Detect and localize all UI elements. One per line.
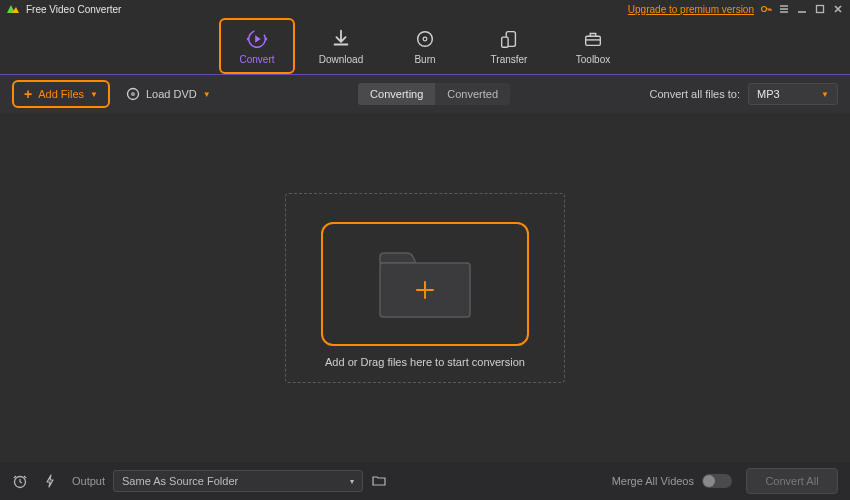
bottom-bar: Output Same As Source Folder ▾ Merge All… (0, 462, 850, 500)
tab-transfer[interactable]: Transfer (471, 18, 547, 74)
tab-converted[interactable]: Converted (435, 83, 510, 105)
chevron-down-icon: ▾ (350, 477, 354, 486)
merge-videos-label: Merge All Videos (612, 475, 694, 487)
svg-rect-7 (586, 36, 601, 45)
add-files-dropzone[interactable] (321, 222, 529, 346)
clock-icon[interactable] (12, 473, 28, 489)
disc-icon (126, 87, 140, 101)
burn-icon (414, 28, 436, 50)
drop-zone-text: Add or Drag files here to start conversi… (325, 356, 525, 368)
svg-point-4 (423, 37, 427, 41)
speed-icon[interactable] (42, 473, 58, 489)
output-label: Output (72, 475, 105, 487)
svg-point-0 (762, 7, 767, 12)
plus-icon: + (24, 86, 32, 102)
top-nav: Convert Download Burn Transfer Toolbox (0, 18, 850, 74)
convert-all-button[interactable]: Convert All (746, 468, 838, 494)
maximize-icon[interactable] (814, 3, 826, 15)
download-icon (330, 28, 352, 50)
app-logo-icon (6, 3, 20, 15)
chevron-down-icon: ▼ (90, 90, 98, 99)
merge-videos-toggle[interactable] (702, 474, 732, 488)
format-selected-value: MP3 (757, 88, 780, 100)
svg-point-9 (132, 93, 135, 96)
tab-toolbox[interactable]: Toolbox (555, 18, 631, 74)
titlebar-left: Free Video Converter (6, 3, 121, 15)
chevron-down-icon: ▼ (203, 90, 211, 99)
svg-rect-1 (817, 6, 824, 13)
title-bar: Free Video Converter Upgrade to premium … (0, 0, 850, 18)
open-folder-icon[interactable] (371, 473, 387, 489)
add-files-button[interactable]: + Add Files ▼ (12, 80, 110, 108)
minimize-icon[interactable] (796, 3, 808, 15)
svg-point-8 (127, 89, 138, 100)
convert-all-to-label: Convert all files to: (650, 88, 740, 100)
tab-convert-label: Convert (239, 54, 274, 65)
tab-convert[interactable]: Convert (219, 18, 295, 74)
convert-all-to: Convert all files to: MP3 ▼ (650, 83, 838, 105)
load-dvd-button[interactable]: Load DVD ▼ (118, 83, 219, 105)
chevron-down-icon: ▼ (821, 90, 829, 99)
drop-zone[interactable]: Add or Drag files here to start conversi… (285, 193, 565, 383)
transfer-icon (498, 28, 520, 50)
add-files-label: Add Files (38, 88, 84, 100)
toolbox-icon (582, 28, 604, 50)
close-icon[interactable] (832, 3, 844, 15)
titlebar-right: Upgrade to premium version (628, 3, 844, 15)
main-area: Add or Drag files here to start conversi… (0, 113, 850, 463)
output-folder-value: Same As Source Folder (122, 475, 238, 487)
svg-rect-6 (502, 37, 508, 47)
load-dvd-label: Load DVD (146, 88, 197, 100)
svg-point-3 (418, 31, 433, 46)
convert-icon (246, 28, 268, 50)
tab-toolbox-label: Toolbox (576, 54, 610, 65)
action-bar: + Add Files ▼ Load DVD ▼ Converting Conv… (0, 75, 850, 113)
menu-icon[interactable] (778, 3, 790, 15)
tab-transfer-label: Transfer (491, 54, 528, 65)
output-folder-select[interactable]: Same As Source Folder ▾ (113, 470, 363, 492)
tab-converting[interactable]: Converting (358, 83, 435, 105)
app-title: Free Video Converter (26, 4, 121, 15)
folder-plus-icon (365, 239, 485, 329)
tab-burn[interactable]: Burn (387, 18, 463, 74)
upgrade-link[interactable]: Upgrade to premium version (628, 4, 754, 15)
status-tabs: Converting Converted (358, 83, 510, 105)
format-select[interactable]: MP3 ▼ (748, 83, 838, 105)
tab-download-label: Download (319, 54, 363, 65)
tab-burn-label: Burn (414, 54, 435, 65)
output-wrap: Output Same As Source Folder ▾ (72, 470, 387, 492)
key-icon[interactable] (760, 3, 772, 15)
tab-download[interactable]: Download (303, 18, 379, 74)
merge-videos-wrap: Merge All Videos (612, 474, 732, 488)
